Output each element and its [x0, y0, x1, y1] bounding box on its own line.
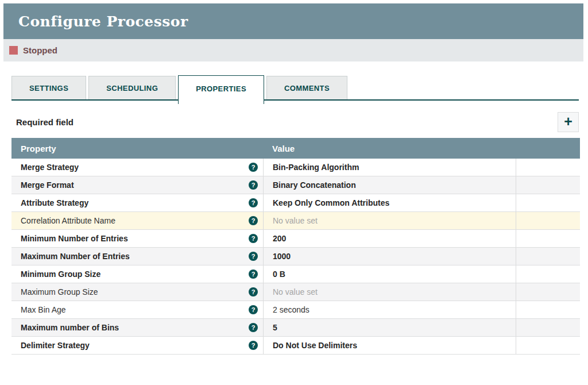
property-value: Do Not Use Delimiters	[273, 341, 357, 350]
property-name: Maximum number of Bins	[21, 323, 249, 332]
value-cell[interactable]: No value set	[263, 212, 516, 229]
table-row: Merge Strategy ? Bin-Packing Algorithm	[11, 159, 580, 176]
value-cell[interactable]: 0 B	[263, 265, 516, 283]
value-cell[interactable]: 200	[263, 230, 516, 247]
dialog-title: Configure Processor	[18, 13, 188, 30]
dialog-content: SETTINGS SCHEDULING PROPERTIES COMMENTS …	[3, 75, 583, 355]
configure-processor-dialog: Configure Processor Stopped SETTINGS SCH…	[3, 3, 583, 355]
property-value: 2 seconds	[273, 305, 310, 314]
properties-toolbar: Required field +	[11, 111, 579, 133]
plus-icon: +	[564, 113, 572, 129]
help-icon[interactable]: ?	[249, 287, 258, 297]
table-row: Attribute Strategy ? Keep Only Common At…	[11, 194, 580, 212]
property-cell: Correlation Attribute Name ?	[11, 212, 263, 229]
help-icon[interactable]: ?	[249, 252, 258, 261]
property-name: Merge Format	[21, 180, 249, 190]
tab-label: PROPERTIES	[196, 84, 246, 93]
property-name: Maximum Group Size	[21, 287, 249, 297]
add-property-button[interactable]: +	[558, 112, 579, 132]
value-cell[interactable]: 2 seconds	[263, 301, 516, 318]
property-cell: Maximum number of Bins ?	[11, 319, 263, 336]
row-spacer-cell	[516, 230, 580, 247]
table-row: Maximum Group Size ? No value set	[11, 283, 580, 301]
row-spacer-cell	[516, 159, 580, 176]
row-spacer-cell	[516, 337, 580, 354]
help-icon[interactable]: ?	[249, 234, 258, 243]
table-row: Minimum Number of Entries ? 200	[11, 230, 580, 248]
help-icon[interactable]: ?	[249, 180, 258, 190]
value-cell[interactable]: 5	[263, 319, 516, 336]
property-value: 200	[273, 234, 286, 243]
table-row: Maximum Number of Entries ? 1000	[11, 248, 580, 265]
properties-table-body: Merge Strategy ? Bin-Packing Algorithm M…	[11, 159, 580, 355]
property-cell: Merge Format ?	[11, 176, 263, 194]
property-cell: Merge Strategy ?	[11, 159, 263, 176]
property-value: No value set	[273, 216, 318, 225]
value-cell[interactable]: Bin-Packing Algorithm	[263, 159, 516, 176]
tab-comments[interactable]: COMMENTS	[266, 76, 347, 99]
property-name: Max Bin Age	[21, 305, 249, 314]
property-cell: Minimum Number of Entries ?	[11, 230, 263, 247]
property-name: Correlation Attribute Name	[21, 216, 249, 225]
property-value: 0 B	[273, 270, 285, 279]
property-name: Merge Strategy	[21, 163, 249, 172]
row-spacer-cell	[516, 248, 580, 265]
tab-scheduling[interactable]: SCHEDULING	[88, 76, 176, 99]
column-header-value: Value	[263, 144, 516, 153]
property-value: 1000	[273, 252, 291, 261]
property-value: Binary Concatenation	[273, 180, 356, 190]
property-value: No value set	[273, 287, 318, 297]
help-icon[interactable]: ?	[249, 198, 258, 207]
tab-properties[interactable]: PROPERTIES	[178, 75, 264, 104]
tab-settings[interactable]: SETTINGS	[11, 76, 86, 99]
property-cell: Minimum Group Size ?	[11, 265, 263, 283]
property-name: Minimum Group Size	[21, 270, 249, 279]
table-header-row: Property Value	[11, 138, 580, 159]
property-cell: Maximum Number of Entries ?	[11, 248, 263, 265]
value-cell[interactable]: No value set	[263, 283, 516, 301]
table-row: Correlation Attribute Name ? No value se…	[11, 212, 580, 230]
help-icon[interactable]: ?	[249, 305, 258, 314]
property-name: Attribute Strategy	[21, 198, 249, 207]
property-cell: Delimiter Strategy ?	[11, 337, 263, 354]
table-row: Max Bin Age ? 2 seconds	[11, 301, 580, 319]
tabs: SETTINGS SCHEDULING PROPERTIES COMMENTS	[11, 75, 579, 104]
property-value: Bin-Packing Algorithm	[273, 163, 359, 172]
tab-label: SETTINGS	[29, 84, 68, 93]
table-row: Maximum number of Bins ? 5	[11, 319, 580, 337]
help-icon[interactable]: ?	[249, 270, 258, 279]
value-cell[interactable]: Keep Only Common Attributes	[263, 194, 516, 211]
stopped-status-icon	[9, 46, 18, 55]
row-spacer-cell	[516, 319, 580, 336]
table-row: Delimiter Strategy ? Do Not Use Delimite…	[11, 337, 580, 355]
property-cell: Maximum Group Size ?	[11, 283, 263, 301]
property-cell: Max Bin Age ?	[11, 301, 263, 318]
property-value: 5	[273, 323, 277, 332]
row-spacer-cell	[516, 283, 580, 301]
value-cell[interactable]: Do Not Use Delimiters	[263, 337, 516, 354]
property-value: Keep Only Common Attributes	[273, 198, 389, 207]
property-name: Maximum Number of Entries	[21, 252, 249, 261]
property-cell: Attribute Strategy ?	[11, 194, 263, 211]
row-spacer-cell	[516, 176, 580, 194]
table-row: Merge Format ? Binary Concatenation	[11, 176, 580, 194]
help-icon[interactable]: ?	[249, 216, 258, 225]
status-label: Stopped	[23, 45, 57, 55]
help-icon[interactable]: ?	[249, 163, 258, 172]
help-icon[interactable]: ?	[249, 341, 258, 350]
row-spacer-cell	[516, 301, 580, 318]
property-name: Delimiter Strategy	[21, 341, 249, 350]
properties-table: Property Value Merge Strategy ? Bin-Pack…	[11, 138, 580, 355]
tab-label: COMMENTS	[284, 84, 330, 93]
column-header-property: Property	[11, 144, 263, 153]
value-cell[interactable]: 1000	[263, 248, 516, 265]
row-spacer-cell	[516, 265, 580, 283]
help-icon[interactable]: ?	[249, 323, 258, 332]
property-name: Minimum Number of Entries	[21, 234, 249, 243]
dialog-header: Configure Processor	[3, 3, 583, 39]
tab-label: SCHEDULING	[106, 84, 158, 93]
row-spacer-cell	[516, 194, 580, 211]
required-field-label: Required field	[11, 117, 74, 127]
value-cell[interactable]: Binary Concatenation	[263, 176, 516, 194]
status-bar: Stopped	[3, 39, 583, 61]
